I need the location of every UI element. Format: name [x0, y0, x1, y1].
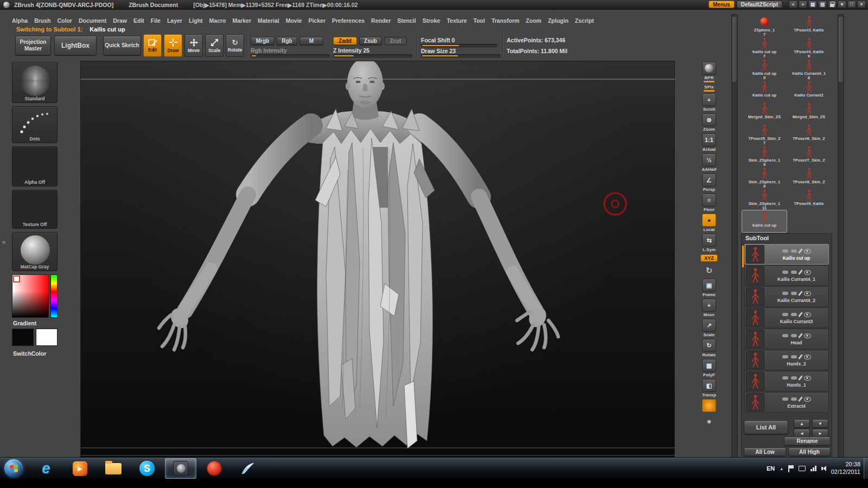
view-control-button[interactable]: ▦ PolyF	[698, 359, 720, 377]
tool-thumbnail[interactable]: Skin_ZSphere_1 9	[742, 167, 787, 189]
menu-item[interactable]: Movie	[286, 17, 302, 24]
menu-item[interactable]: Marker	[233, 17, 251, 24]
default-zscript-button[interactable]: DefaultZScript	[737, 1, 782, 8]
view-control-button[interactable]: ↗ Scale	[698, 319, 720, 337]
polypaint-toggle-icon[interactable]	[782, 376, 788, 380]
tool-thumbnail[interactable]: TPose#9_Kailis	[787, 189, 831, 210]
rgb-intensity-slider[interactable]	[251, 54, 330, 57]
hue-strip[interactable]	[50, 274, 58, 318]
projection-master-button[interactable]: Projection Master	[15, 36, 51, 55]
tool-thumbnail[interactable]: TPose#6_Skin_Z	[787, 124, 831, 145]
draw-size-slider[interactable]	[421, 54, 500, 57]
taskbar-sphere-app-button[interactable]	[199, 458, 230, 479]
menu-item[interactable]: Stroke	[423, 17, 441, 24]
clock[interactable]: 20:38 02/12/2011	[831, 461, 860, 476]
tool-thumbnail[interactable]: ZSphere_1 7	[742, 15, 787, 37]
menu-item[interactable]: Zplugin	[548, 17, 569, 24]
uv-toggle-icon[interactable]	[791, 292, 797, 295]
polypaint-toggle-icon[interactable]	[782, 249, 788, 253]
tool-thumbnail[interactable]: TPose#3_Kailis	[787, 15, 831, 37]
tray-scrollbar-right[interactable]	[838, 14, 844, 458]
visibility-eye-icon[interactable]	[804, 355, 811, 359]
current-brush-thumbnail[interactable]: Standard	[12, 62, 58, 103]
subtool-item[interactable]: Extract4	[744, 392, 829, 413]
visibility-eye-icon[interactable]	[804, 270, 811, 275]
action-center-flag-icon[interactable]	[788, 465, 794, 472]
menu-item[interactable]: Texture	[446, 17, 467, 24]
tool-thumbnail[interactable]: Kailis Currant4_1 8	[787, 59, 831, 80]
menu-item[interactable]: Edit	[133, 17, 144, 24]
polypaint-toggle-icon[interactable]	[782, 355, 788, 358]
z-intensity-slider[interactable]	[333, 54, 412, 57]
window-control-button[interactable]: ▤	[808, 1, 817, 8]
current-material-thumbnail[interactable]: MatCap Gray	[12, 232, 58, 271]
tool-thumbnail[interactable]: Kailis cut up 9	[742, 59, 787, 80]
subtool-arrow-button[interactable]: ▼	[812, 419, 828, 428]
tool-thumbnail[interactable]: TPose#5_Skin_Z 7	[742, 124, 787, 145]
menu-item[interactable]: Brush	[34, 17, 50, 24]
edit-pen-icon[interactable]	[798, 248, 803, 254]
visibility-eye-icon[interactable]	[804, 333, 811, 338]
edit-pen-icon[interactable]	[798, 354, 803, 359]
uv-toggle-icon[interactable]	[791, 271, 797, 274]
window-control-button[interactable]: ×	[857, 1, 866, 8]
sculpt-canvas[interactable]	[80, 61, 675, 458]
visibility-eye-icon[interactable]	[804, 312, 811, 317]
menu-item[interactable]: Material	[258, 17, 279, 24]
menu-item[interactable]: Macro	[209, 17, 226, 24]
window-control-button[interactable]	[828, 1, 837, 8]
menu-item[interactable]: Transform	[492, 17, 519, 24]
taskbar-quill-app-button[interactable]	[232, 458, 264, 479]
menu-item[interactable]: Color	[58, 17, 72, 24]
edit-pen-icon[interactable]	[798, 269, 803, 275]
view-control-button[interactable]: 1:1 Actual	[698, 133, 720, 152]
menus-button[interactable]: Menus	[709, 1, 735, 8]
window-control-button[interactable]: »	[799, 1, 807, 8]
zadd-button[interactable]: Zadd	[333, 37, 357, 45]
start-button[interactable]	[4, 459, 23, 478]
taskbar-explorer-button[interactable]	[98, 458, 129, 479]
all-high-button[interactable]: All High	[788, 447, 831, 456]
visibility-eye-icon[interactable]	[804, 397, 811, 402]
tool-thumbnail[interactable]: Merged_Skin_ZS	[787, 102, 831, 124]
menu-item[interactable]: Layer	[167, 17, 182, 24]
subtool-item[interactable]: Kailis Currant4_2	[744, 286, 829, 307]
display-icon[interactable]	[799, 466, 806, 471]
network-icon[interactable]	[810, 466, 816, 471]
window-control-button[interactable]: □	[847, 1, 856, 8]
tool-thumbnail[interactable]: TPose#4_Kailis 9	[787, 37, 831, 59]
tool-thumbnail[interactable]: TPose#7_Skin_Z	[787, 145, 831, 167]
volume-icon[interactable]	[821, 466, 826, 471]
visibility-eye-icon[interactable]	[804, 249, 811, 254]
main-color-swatch[interactable]	[12, 329, 34, 346]
menu-item[interactable]: Stencil	[397, 17, 416, 24]
tool-thumbnail[interactable]: Kailis cut up	[742, 80, 787, 102]
view-control-button[interactable]: ● Local	[698, 214, 720, 232]
tool-thumbnail[interactable]: Kailis Currant2	[787, 80, 831, 102]
uv-toggle-icon[interactable]	[791, 397, 797, 401]
view-control-button[interactable]: ↻	[698, 264, 720, 277]
visibility-eye-icon[interactable]	[804, 376, 811, 381]
menu-item[interactable]: Draw	[113, 17, 127, 24]
tool-thumbnail[interactable]: Kailis cut up 7	[742, 37, 787, 59]
rgb-button[interactable]: Rgb	[277, 37, 297, 45]
view-control-button[interactable]: XYZ	[698, 254, 720, 262]
current-stroke-thumbnail[interactable]: Dots	[12, 106, 58, 143]
edit-pen-icon[interactable]	[798, 291, 803, 296]
list-all-button[interactable]: List All	[744, 420, 788, 434]
menu-item[interactable]: Render	[371, 17, 391, 24]
secondary-color-swatch[interactable]	[36, 329, 58, 346]
all-low-button[interactable]: All Low	[744, 447, 786, 456]
zsub-button[interactable]: Zsub	[359, 37, 382, 45]
menu-item[interactable]: Preferences	[332, 17, 365, 24]
menu-item[interactable]: Alpha	[12, 17, 28, 24]
menu-item[interactable]: Zscript	[575, 17, 594, 24]
current-alpha-thumbnail[interactable]: Alpha Off	[12, 146, 58, 187]
menu-item[interactable]: Tool	[474, 17, 485, 24]
menu-item[interactable]: Picker	[308, 17, 326, 24]
view-control-button[interactable]: ▣ Frame	[698, 279, 720, 297]
edit-button[interactable]: Edit	[143, 34, 162, 57]
edit-pen-icon[interactable]	[798, 396, 803, 402]
uv-toggle-icon[interactable]	[791, 355, 797, 358]
view-control-button[interactable]: SPix	[698, 84, 720, 92]
